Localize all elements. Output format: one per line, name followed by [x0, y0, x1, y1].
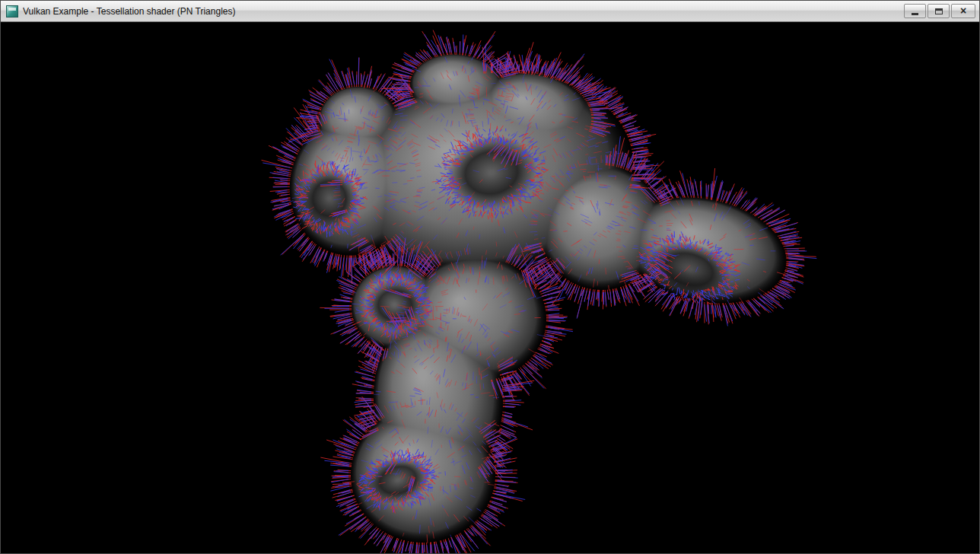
viewport-area	[1, 22, 979, 553]
window-controls: ×	[904, 4, 975, 18]
maximize-icon	[935, 8, 943, 14]
close-button[interactable]: ×	[951, 4, 975, 18]
vulkan-viewport[interactable]	[1, 22, 979, 553]
app-window: Vulkan Example - Tessellation shader (PN…	[0, 0, 980, 554]
minimize-icon	[912, 13, 918, 15]
titlebar[interactable]: Vulkan Example - Tessellation shader (PN…	[1, 1, 979, 22]
maximize-button[interactable]	[928, 4, 950, 18]
window-title: Vulkan Example - Tessellation shader (PN…	[23, 5, 898, 17]
app-icon[interactable]	[6, 5, 18, 18]
minimize-button[interactable]	[904, 4, 926, 18]
close-icon: ×	[960, 5, 966, 16]
